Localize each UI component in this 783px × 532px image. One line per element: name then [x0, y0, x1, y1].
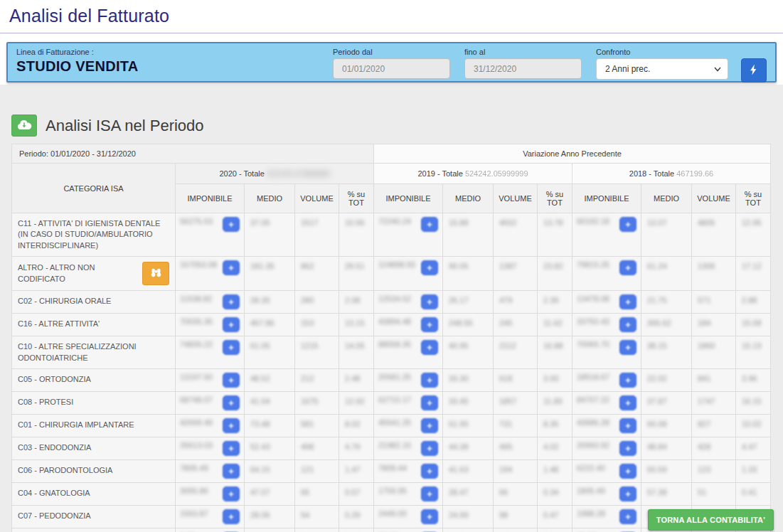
expand-button[interactable]: +: [223, 486, 240, 501]
plus-icon: +: [228, 444, 234, 453]
volume-value: 841: [698, 374, 710, 383]
pct-value: 23.82: [543, 262, 563, 270]
imponibile-cell: 157053.08+: [176, 257, 245, 291]
plus-icon: +: [228, 263, 234, 272]
plus-icon: +: [427, 343, 432, 352]
expand-button[interactable]: +: [619, 395, 636, 410]
medio-cell: 52.43: [245, 437, 295, 459]
expand-button[interactable]: +: [421, 217, 438, 232]
expand-button[interactable]: +: [619, 340, 636, 355]
pct-cell: 12.92: [339, 391, 374, 414]
period-from-field: Periodo dal: [333, 48, 450, 79]
expand-button[interactable]: +: [619, 217, 636, 232]
expand-button[interactable]: +: [223, 509, 240, 524]
expand-button[interactable]: +: [421, 317, 438, 332]
volume-cell: 495: [494, 437, 538, 459]
expand-button[interactable]: +: [619, 260, 636, 275]
subheader-pct: % su TOT: [736, 184, 771, 213]
volume-value: 731: [499, 420, 512, 428]
medio-value: 48.52: [250, 374, 270, 383]
plus-icon: +: [228, 398, 234, 408]
expand-button[interactable]: +: [421, 260, 438, 275]
expand-button[interactable]: +: [421, 486, 438, 501]
expand-button[interactable]: +: [421, 294, 438, 309]
volume-cell: 1387: [494, 257, 538, 291]
medio-cell: 50.59: [641, 459, 692, 482]
period-from-input[interactable]: [333, 58, 450, 79]
expand-button[interactable]: +: [619, 317, 636, 332]
expand-button[interactable]: +: [619, 464, 636, 479]
expand-button[interactable]: +: [421, 464, 438, 479]
expand-button[interactable]: +: [421, 395, 438, 410]
subheader-imponibile: IMPONIBILE: [572, 184, 641, 213]
expand-button[interactable]: +: [223, 418, 240, 433]
medio-value: 37.05: [250, 218, 270, 227]
pct-cell: 23.82: [538, 257, 572, 291]
volume-value: 98: [499, 511, 508, 519]
run-analysis-button[interactable]: [741, 58, 767, 83]
compare-select[interactable]: 2 Anni prec.: [596, 58, 728, 80]
volume-value: 1860: [698, 341, 715, 350]
billing-line-block: Linea di Fatturazione : STUDIO VENDITA: [16, 48, 139, 75]
expand-button[interactable]: +: [421, 418, 438, 433]
imponibile-value: 6222.40: [577, 464, 605, 472]
expand-button[interactable]: +: [421, 373, 438, 388]
pct-value: 2.08: [345, 296, 360, 304]
expand-button[interactable]: +: [619, 441, 636, 456]
expand-button[interactable]: +: [223, 441, 240, 456]
period-to-input[interactable]: [464, 58, 582, 79]
expand-button[interactable]: +: [223, 260, 240, 275]
torna-contabilita-button[interactable]: TORNA ALLA CONTABILITA': [648, 509, 774, 531]
category-label: C11 - ATTIVITA' DI IGIENISTA DENTALE (IN…: [18, 218, 169, 251]
expand-button[interactable]: +: [223, 294, 240, 309]
volume-value: 581: [301, 420, 314, 428]
pct-cell: 4.79: [339, 437, 374, 459]
binoculars-button[interactable]: [142, 262, 169, 285]
pct-value: 1.48: [543, 465, 558, 474]
pct-cell: 16.15: [736, 391, 771, 414]
expand-button[interactable]: +: [223, 395, 240, 410]
volume-cell: 571: [692, 291, 736, 314]
imponibile-value: 45541.25: [378, 418, 411, 427]
expand-button[interactable]: +: [223, 317, 240, 332]
volume-cell: 1675: [295, 391, 339, 414]
expand-button[interactable]: +: [421, 340, 438, 355]
imponibile-cell: 13197.50+: [176, 368, 245, 391]
download-button[interactable]: [11, 115, 37, 137]
plus-icon: +: [228, 421, 234, 430]
expand-button[interactable]: +: [223, 373, 240, 388]
expand-button[interactable]: +: [223, 340, 240, 355]
pct-cell: 8.35: [538, 414, 572, 437]
medio-cell: 22.02: [641, 368, 692, 391]
expand-button[interactable]: +: [223, 464, 240, 479]
volume-cell: 479: [494, 291, 538, 314]
medio-cell: 61.95: [443, 414, 494, 437]
expand-button[interactable]: +: [223, 217, 240, 232]
imponibile-cell: 1759.95+: [374, 482, 443, 505]
expand-button[interactable]: +: [619, 418, 636, 433]
medio-cell: 41.04: [245, 391, 295, 414]
imponibile-value: 11538.82: [180, 294, 212, 303]
medio-cell: 73.48: [245, 414, 295, 437]
expand-button[interactable]: +: [619, 486, 636, 501]
pct-value: 16.15: [742, 397, 762, 405]
expand-button[interactable]: +: [421, 509, 438, 524]
year-label: 2020 - Totale: [219, 169, 264, 178]
medio-value: 40.95: [449, 341, 469, 350]
expand-button[interactable]: +: [421, 441, 438, 456]
volume-cell: 841: [692, 368, 736, 391]
plus-icon: +: [625, 467, 631, 476]
year-header-2018: 2018 - Totale 467199.66: [572, 164, 771, 184]
category-label: C06 - PARODONTOLOGIA: [18, 465, 112, 476]
volume-cell: 827: [692, 414, 736, 437]
expand-button[interactable]: +: [619, 509, 636, 524]
pct-cell: 15.08: [736, 314, 771, 336]
imponibile-cell: 72240.24+: [374, 213, 443, 257]
subheader-volume: VOLUME: [692, 184, 736, 213]
volume-value: 51: [698, 488, 706, 496]
table-row: C16 - ALTRE ATTIVITA'70035.35+457.861531…: [12, 314, 771, 336]
expand-button[interactable]: +: [619, 373, 636, 388]
pct-value: 13.15: [345, 319, 365, 327]
expand-button[interactable]: +: [619, 294, 636, 309]
imponibile-value: 43686.28: [577, 418, 609, 427]
